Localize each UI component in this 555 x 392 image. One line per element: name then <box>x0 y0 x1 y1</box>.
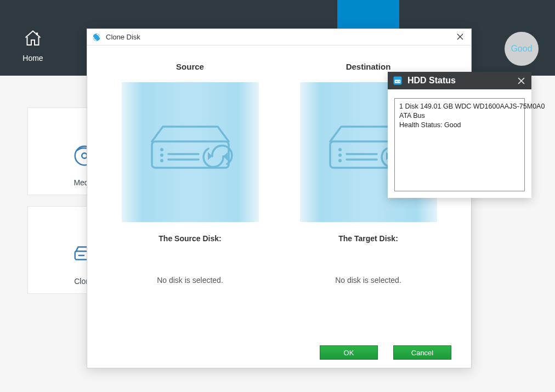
dialog-title-text: Clone Disk <box>106 33 140 41</box>
hdd-status-titlebar: HDD Status <box>388 72 531 89</box>
dialog-close-button[interactable] <box>454 32 467 42</box>
svg-point-8 <box>160 148 163 151</box>
health-badge-text: Good <box>511 44 532 54</box>
nav-home[interactable]: Home <box>16 29 49 63</box>
source-column: Source The Source Disk: No disk is <box>122 62 259 332</box>
close-icon <box>457 33 463 40</box>
hdd-bus-info: ATA Bus <box>399 111 520 121</box>
target-disk-label: The Target Disk: <box>338 234 398 243</box>
hdd-disk-info: 1 Disk 149.01 GB WDC WD1600AAJS-75M0A0 <box>399 102 520 111</box>
svg-point-18 <box>338 159 342 162</box>
svg-point-10 <box>160 159 163 162</box>
health-badge[interactable]: Good <box>505 32 539 66</box>
ok-button[interactable]: OK <box>320 345 378 360</box>
source-disk-label: The Source Disk: <box>158 234 221 243</box>
hdd-status-body: 1 Disk 149.01 GB WDC WD1600AAJS-75M0A0 A… <box>394 98 525 191</box>
hdd-status-panel: HDD Status 1 Disk 149.01 GB WDC WD1600AA… <box>388 72 531 198</box>
active-header-tab <box>337 0 399 29</box>
destination-header: Destination <box>346 62 391 71</box>
hdd-status-close-button[interactable] <box>515 75 527 87</box>
app-icon <box>92 32 101 42</box>
source-header: Source <box>176 62 204 71</box>
source-disk-status: No disk is selected. <box>157 276 223 285</box>
svg-point-16 <box>338 148 342 151</box>
home-icon <box>23 29 43 48</box>
dialog-titlebar: Clone Disk <box>87 29 471 46</box>
hdd-status-title: HDD Status <box>407 76 456 86</box>
source-disk-icon <box>146 122 234 183</box>
hdd-health-info: Health Status: Good <box>399 121 520 130</box>
cancel-button[interactable]: Cancel <box>393 345 451 360</box>
hdd-status-icon <box>392 75 403 86</box>
svg-point-1 <box>82 153 87 158</box>
svg-point-17 <box>338 154 342 157</box>
svg-point-9 <box>160 154 163 157</box>
source-disk-slot[interactable] <box>122 82 259 222</box>
svg-point-25 <box>399 81 400 82</box>
dialog-footer: OK Cancel <box>87 337 471 368</box>
nav-home-label: Home <box>16 54 49 63</box>
close-icon <box>518 77 525 84</box>
target-disk-status: No disk is selected. <box>335 276 401 285</box>
